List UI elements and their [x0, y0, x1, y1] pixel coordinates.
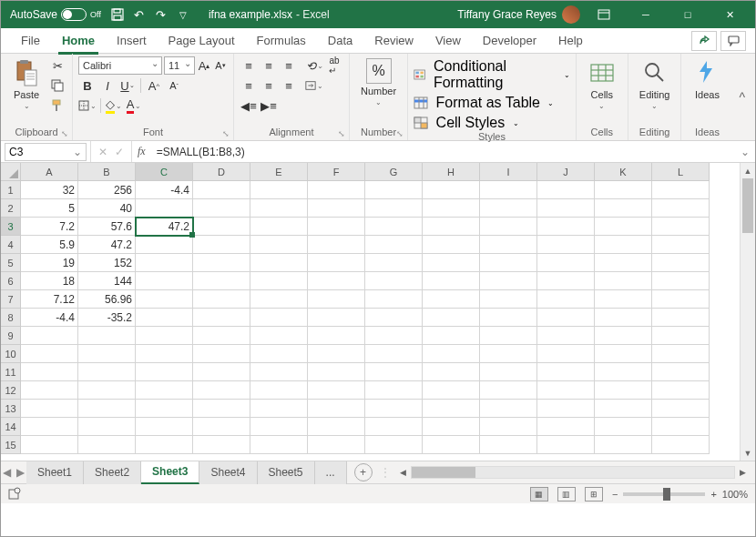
cell[interactable]: [537, 181, 595, 199]
cell[interactable]: [423, 272, 480, 290]
cell[interactable]: [250, 400, 308, 418]
cell[interactable]: [136, 272, 193, 290]
cell[interactable]: [21, 363, 78, 381]
cell[interactable]: [193, 272, 250, 290]
column-header[interactable]: L: [652, 163, 710, 181]
font-color-icon[interactable]: A: [125, 96, 143, 115]
format-as-table-button[interactable]: Format as Table ⌄: [414, 95, 554, 111]
conditional-formatting-button[interactable]: Conditional Formatting ⌄: [414, 58, 570, 91]
cell[interactable]: [423, 181, 480, 199]
cell[interactable]: [652, 181, 710, 199]
cell[interactable]: [595, 363, 652, 381]
cut-icon[interactable]: ✂: [48, 56, 66, 75]
column-header[interactable]: G: [365, 163, 423, 181]
cell[interactable]: [308, 309, 365, 327]
underline-button[interactable]: U⌄: [118, 76, 137, 95]
column-header[interactable]: I: [480, 163, 537, 181]
cell[interactable]: [250, 236, 308, 254]
share-button[interactable]: [691, 31, 717, 51]
paste-button[interactable]: Paste ⌄: [6, 56, 46, 112]
cell[interactable]: [365, 400, 423, 418]
cell[interactable]: [78, 327, 136, 345]
row-header[interactable]: 13: [1, 400, 21, 418]
cell[interactable]: [595, 418, 652, 436]
cell[interactable]: 18: [21, 272, 78, 290]
cell[interactable]: [537, 327, 595, 345]
cell[interactable]: [537, 381, 595, 400]
cell[interactable]: [652, 327, 710, 345]
cell[interactable]: [308, 236, 365, 254]
column-header[interactable]: A: [21, 163, 78, 181]
tab-data[interactable]: Data: [317, 28, 363, 54]
cell[interactable]: [136, 400, 193, 418]
row-header[interactable]: 1: [1, 181, 21, 199]
cell[interactable]: [193, 254, 250, 272]
tab-help[interactable]: Help: [547, 28, 594, 54]
copy-icon[interactable]: [48, 76, 66, 95]
column-header[interactable]: E: [250, 163, 308, 181]
cell[interactable]: [365, 236, 423, 254]
cell[interactable]: [480, 418, 537, 436]
sheet-tab[interactable]: Sheet3: [141, 461, 199, 484]
cell[interactable]: [652, 218, 710, 236]
cell[interactable]: [652, 381, 710, 400]
cell[interactable]: -4.4: [136, 181, 193, 199]
expand-formula-bar-icon[interactable]: ⌄: [735, 146, 755, 158]
column-header[interactable]: F: [308, 163, 365, 181]
cell[interactable]: [136, 418, 193, 436]
ideas-button[interactable]: Ideas: [687, 56, 727, 102]
tab-formulas[interactable]: Formulas: [246, 28, 317, 54]
cell[interactable]: 57.6: [78, 218, 136, 236]
editing-button[interactable]: Editing ⌄: [634, 56, 676, 112]
cell[interactable]: [423, 309, 480, 327]
cell[interactable]: [652, 436, 710, 454]
cell[interactable]: [652, 345, 710, 363]
cells-button[interactable]: Cells ⌄: [582, 56, 622, 112]
cell[interactable]: [365, 418, 423, 436]
cell[interactable]: [652, 363, 710, 381]
cell[interactable]: [480, 236, 537, 254]
redo-icon[interactable]: ↷: [150, 4, 172, 25]
page-break-view-icon[interactable]: ⊞: [585, 487, 603, 502]
cell[interactable]: [78, 345, 136, 363]
cell[interactable]: [480, 345, 537, 363]
maximize-button[interactable]: □: [669, 1, 706, 28]
cell[interactable]: [365, 309, 423, 327]
column-header[interactable]: K: [595, 163, 652, 181]
cell[interactable]: [136, 327, 193, 345]
cell[interactable]: [250, 309, 308, 327]
cell[interactable]: [537, 199, 595, 218]
cell[interactable]: [537, 309, 595, 327]
cell[interactable]: [537, 272, 595, 290]
cell[interactable]: [136, 290, 193, 309]
cell[interactable]: [480, 381, 537, 400]
cell[interactable]: [652, 400, 710, 418]
cell[interactable]: 32: [21, 181, 78, 199]
cell[interactable]: [537, 254, 595, 272]
cell[interactable]: [480, 363, 537, 381]
cell[interactable]: [308, 381, 365, 400]
sheet-nav-prev-icon[interactable]: ◀: [3, 466, 11, 479]
cell[interactable]: [652, 199, 710, 218]
scroll-up-icon[interactable]: ▲: [741, 163, 755, 178]
scroll-down-icon[interactable]: ▼: [741, 445, 755, 461]
column-header[interactable]: J: [537, 163, 595, 181]
cell[interactable]: [78, 381, 136, 400]
cell[interactable]: [537, 363, 595, 381]
cell[interactable]: [78, 436, 136, 454]
font-dialog-icon[interactable]: ⤡: [222, 129, 230, 138]
cell[interactable]: [423, 254, 480, 272]
user-avatar[interactable]: [562, 5, 580, 24]
tab-review[interactable]: Review: [363, 28, 424, 54]
cell[interactable]: [193, 181, 250, 199]
cell[interactable]: 7.2: [21, 218, 78, 236]
cell[interactable]: 19: [21, 254, 78, 272]
vertical-scroll-thumb[interactable]: [742, 178, 753, 233]
cell[interactable]: [365, 345, 423, 363]
cell[interactable]: [595, 381, 652, 400]
cell[interactable]: [423, 363, 480, 381]
collapse-ribbon-icon[interactable]: ^: [732, 54, 751, 140]
cell[interactable]: [250, 254, 308, 272]
cell[interactable]: [193, 290, 250, 309]
cell[interactable]: [480, 218, 537, 236]
